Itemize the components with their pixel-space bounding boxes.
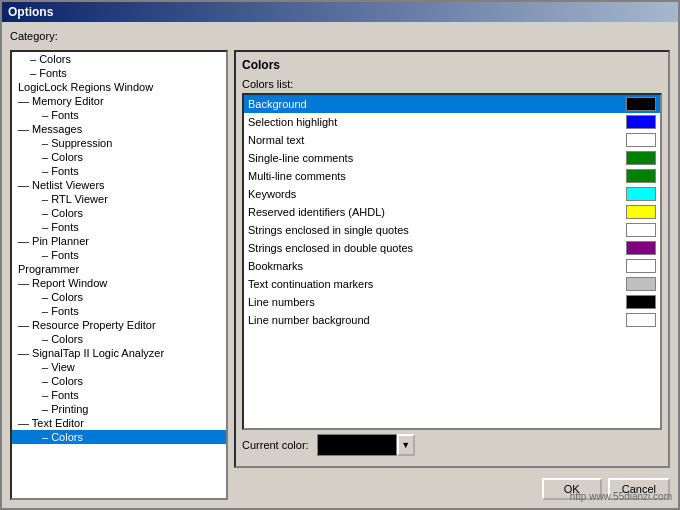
tree-item-msg-fonts[interactable]: – Fonts — [12, 164, 226, 178]
window-title: Options — [8, 5, 53, 19]
color-swatch-1 — [626, 115, 656, 129]
tree-item-fonts[interactable]: – Fonts — [12, 66, 226, 80]
options-window: Options Category: – Colors– Fonts LogicL… — [0, 0, 680, 510]
tree-item-label-st-fonts: – Fonts — [42, 389, 79, 401]
tree-item-label-report-window: — Report Window — [18, 277, 107, 289]
color-row-label-4: Multi-line comments — [248, 170, 626, 182]
dropdown-arrow-icon[interactable]: ▼ — [397, 434, 415, 456]
tree-item-signaltap[interactable]: — SignalTap II Logic Analyzer — [12, 346, 226, 360]
colors-panel: Colors Colors list: BackgroundSelection … — [234, 50, 670, 468]
color-row-7[interactable]: Strings enclosed in single quotes — [244, 221, 660, 239]
tree-item-suppression[interactable]: – Suppression — [12, 136, 226, 150]
tree-item-label-msg-fonts: – Fonts — [42, 165, 79, 177]
tree-item-label-programmer: Programmer — [18, 263, 79, 275]
color-swatch-6 — [626, 205, 656, 219]
tree-item-logilock[interactable]: LogicLock Regions Window — [12, 80, 226, 94]
tree-item-label-memory-fonts: – Fonts — [42, 109, 79, 121]
tree-item-rtl-viewer[interactable]: – RTL Viewer — [12, 192, 226, 206]
tree-item-rpe-colors[interactable]: – Colors — [12, 332, 226, 346]
tree-item-label-nv-colors: – Colors — [42, 207, 83, 219]
tree-item-label-st-view: – View — [42, 361, 75, 373]
category-label: Category: — [10, 30, 670, 42]
tree-item-te-colors[interactable]: – Colors — [12, 430, 226, 444]
tree-item-st-view[interactable]: – View — [12, 360, 226, 374]
tree-item-label-fonts: – Fonts — [30, 67, 67, 79]
color-swatch-3 — [626, 151, 656, 165]
tree-item-msg-colors[interactable]: – Colors — [12, 150, 226, 164]
tree-item-pp-fonts[interactable]: – Fonts — [12, 248, 226, 262]
tree-item-programmer[interactable]: Programmer — [12, 262, 226, 276]
color-swatch-5 — [626, 187, 656, 201]
tree-item-pin-planner[interactable]: — Pin Planner — [12, 234, 226, 248]
color-swatch-9 — [626, 259, 656, 273]
color-row-label-3: Single-line comments — [248, 152, 626, 164]
color-row-9[interactable]: Bookmarks — [244, 257, 660, 275]
tree-item-memory-editor[interactable]: — Memory Editor — [12, 94, 226, 108]
watermark: http www.55dianzi.com — [570, 491, 672, 502]
color-preview-box[interactable] — [317, 434, 397, 456]
title-bar: Options — [2, 2, 678, 22]
color-swatch-12 — [626, 313, 656, 327]
color-row-label-11: Line numbers — [248, 296, 626, 308]
color-row-label-2: Normal text — [248, 134, 626, 146]
color-row-3[interactable]: Single-line comments — [244, 149, 660, 167]
color-swatch-7 — [626, 223, 656, 237]
current-color-area: Current color: ▼ — [242, 430, 662, 460]
tree-item-label-messages: — Messages — [18, 123, 82, 135]
tree-item-memory-fonts[interactable]: – Fonts — [12, 108, 226, 122]
color-row-label-6: Reserved identifiers (AHDL) — [248, 206, 626, 218]
tree-item-label-te-colors: – Colors — [42, 431, 83, 443]
tree-item-label-pin-planner: — Pin Planner — [18, 235, 89, 247]
color-row-8[interactable]: Strings enclosed in double quotes — [244, 239, 660, 257]
tree-item-label-nv-fonts: – Fonts — [42, 221, 79, 233]
color-swatch-10 — [626, 277, 656, 291]
tree-item-label-signaltap: — SignalTap II Logic Analyzer — [18, 347, 164, 359]
tree-item-st-colors[interactable]: – Colors — [12, 374, 226, 388]
tree-item-label-rw-colors: – Colors — [42, 291, 83, 303]
current-color-label: Current color: — [242, 439, 309, 451]
color-row-label-7: Strings enclosed in single quotes — [248, 224, 626, 236]
color-row-2[interactable]: Normal text — [244, 131, 660, 149]
colors-list[interactable]: BackgroundSelection highlightNormal text… — [242, 93, 662, 430]
tree-item-st-printing[interactable]: – Printing — [12, 402, 226, 416]
color-row-11[interactable]: Line numbers — [244, 293, 660, 311]
right-panel: Colors Colors list: BackgroundSelection … — [234, 50, 670, 500]
tree-item-resource-property-editor[interactable]: — Resource Property Editor — [12, 318, 226, 332]
tree-item-rw-fonts[interactable]: – Fonts — [12, 304, 226, 318]
tree-panel[interactable]: – Colors– Fonts LogicLock Regions Window… — [10, 50, 228, 500]
main-area: – Colors– Fonts LogicLock Regions Window… — [10, 50, 670, 500]
tree-item-label-pp-fonts: – Fonts — [42, 249, 79, 261]
color-row-label-1: Selection highlight — [248, 116, 626, 128]
tree-item-nv-colors[interactable]: – Colors — [12, 206, 226, 220]
color-swatch-0 — [626, 97, 656, 111]
color-swatch-11 — [626, 295, 656, 309]
color-row-0[interactable]: Background — [244, 95, 660, 113]
tree-item-label-suppression: – Suppression — [42, 137, 112, 149]
tree-item-label-rw-fonts: – Fonts — [42, 305, 79, 317]
tree-item-nv-fonts[interactable]: – Fonts — [12, 220, 226, 234]
color-row-10[interactable]: Text continuation markers — [244, 275, 660, 293]
tree-item-st-fonts[interactable]: – Fonts — [12, 388, 226, 402]
color-row-5[interactable]: Keywords — [244, 185, 660, 203]
tree-item-label-rpe-colors: – Colors — [42, 333, 83, 345]
tree-item-rw-colors[interactable]: – Colors — [12, 290, 226, 304]
tree-item-colors[interactable]: – Colors — [12, 52, 226, 66]
color-row-4[interactable]: Multi-line comments — [244, 167, 660, 185]
tree-item-text-editor[interactable]: — Text Editor — [12, 416, 226, 430]
color-swatch-4 — [626, 169, 656, 183]
tree-item-label-colors: – Colors — [30, 53, 71, 65]
color-row-label-8: Strings enclosed in double quotes — [248, 242, 626, 254]
color-row-1[interactable]: Selection highlight — [244, 113, 660, 131]
tree-item-messages[interactable]: — Messages — [12, 122, 226, 136]
tree-item-report-window[interactable]: — Report Window — [12, 276, 226, 290]
color-row-12[interactable]: Line number background — [244, 311, 660, 329]
tree-item-label-resource-property-editor: — Resource Property Editor — [18, 319, 156, 331]
color-row-label-0: Background — [248, 98, 626, 110]
color-row-label-10: Text continuation markers — [248, 278, 626, 290]
color-row-label-9: Bookmarks — [248, 260, 626, 272]
current-color-dropdown[interactable]: ▼ — [317, 434, 415, 456]
tree-item-netlist-viewers[interactable]: — Netlist Viewers — [12, 178, 226, 192]
color-row-6[interactable]: Reserved identifiers (AHDL) — [244, 203, 660, 221]
tree-item-label-st-colors: – Colors — [42, 375, 83, 387]
tree-item-label-rtl-viewer: – RTL Viewer — [42, 193, 108, 205]
